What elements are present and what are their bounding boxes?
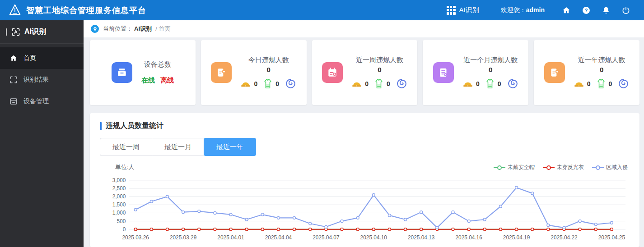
vest-count: 0 bbox=[387, 80, 390, 87]
svg-text:2025.04.13: 2025.04.13 bbox=[408, 234, 435, 241]
sidebar-item-results[interactable]: 识别结果 bbox=[0, 69, 84, 91]
stat-card-year: 近一年违规人数 0 0 0 bbox=[534, 40, 639, 105]
vest-count: 0 bbox=[275, 80, 279, 87]
intrusion-spiral-icon bbox=[618, 78, 629, 89]
vest-count: 0 bbox=[498, 80, 501, 87]
stat-card-title: 近一周违规人数 bbox=[352, 56, 407, 64]
svg-text:1,500: 1,500 bbox=[112, 201, 126, 208]
svg-text:0: 0 bbox=[123, 226, 126, 233]
breadcrumb-separator: / bbox=[155, 26, 157, 32]
helmet-count: 0 bbox=[365, 80, 369, 87]
svg-text:2025.04.25: 2025.04.25 bbox=[598, 234, 625, 241]
tab-last-year[interactable]: 最近一年 bbox=[204, 138, 256, 156]
time-range-tabs: 最近一周 最近一月 最近一年 bbox=[100, 138, 630, 156]
violation-statistics-panel: 违规人员数量统计 最近一周 最近一月 最近一年 单位:人 未戴安全帽 未穿反光衣 bbox=[90, 113, 639, 247]
stat-card-total: 0 bbox=[241, 66, 296, 73]
sidebar-item-home[interactable]: 首页 bbox=[0, 47, 84, 69]
legend-label: 未戴安全帽 bbox=[508, 164, 535, 171]
svg-text:2025.04.19: 2025.04.19 bbox=[503, 234, 530, 241]
sidebar-item-label: 识别结果 bbox=[23, 76, 49, 84]
sidebar-item-devices[interactable]: 设备管理 bbox=[0, 91, 84, 112]
legend-vest[interactable]: 未穿反光衣 bbox=[543, 164, 584, 171]
svg-text:2,000: 2,000 bbox=[112, 193, 126, 200]
svg-text:2025.04.16: 2025.04.16 bbox=[455, 234, 482, 241]
vest-count: 0 bbox=[609, 80, 612, 87]
welcome-text: 欢迎您：admin bbox=[501, 6, 545, 14]
legend-helmet[interactable]: 未戴安全帽 bbox=[494, 164, 535, 171]
svg-text:2025.04.10: 2025.04.10 bbox=[360, 234, 387, 241]
violation-trend-chart: 05001,0001,5002,0002,5003,0002025.03.262… bbox=[100, 174, 630, 242]
platform-logo-icon bbox=[8, 4, 22, 17]
stat-card-title: 近一个月违规人数 bbox=[463, 56, 518, 64]
svg-text:2025.03.29: 2025.03.29 bbox=[170, 234, 197, 241]
logout-power-icon[interactable] bbox=[621, 5, 631, 15]
vest-icon bbox=[597, 79, 606, 89]
top-header: 智慧工地综合管理服务信息平台 AI识别 欢迎您：admin ? bbox=[0, 0, 644, 20]
helmet-count: 0 bbox=[587, 80, 591, 87]
stat-card-devices: 设备总数 在线 离线 bbox=[90, 40, 196, 105]
stat-card-title: 设备总数 bbox=[141, 60, 174, 69]
tab-last-week[interactable]: 最近一周 bbox=[100, 138, 152, 156]
stat-cards-row: 设备总数 在线 离线 今日违规人数 0 0 0 bbox=[84, 37, 644, 105]
svg-text:2025.04.04: 2025.04.04 bbox=[265, 234, 292, 241]
stat-card-total: 0 bbox=[463, 66, 518, 73]
svg-text:500: 500 bbox=[117, 218, 126, 224]
app-switcher[interactable]: AI识别 bbox=[447, 6, 479, 15]
username: admin bbox=[526, 6, 545, 14]
chart-legend: 未戴安全帽 未穿反光衣 区域入侵 bbox=[494, 164, 628, 171]
online-label: 在线 bbox=[141, 76, 155, 85]
notification-bell-icon[interactable] bbox=[601, 5, 611, 15]
platform-title: 智慧工地综合管理服务信息平台 bbox=[26, 5, 146, 16]
intrusion-spiral-icon bbox=[507, 78, 518, 89]
location-pin-icon bbox=[91, 25, 99, 33]
ai-recognition-icon bbox=[11, 27, 20, 37]
home-icon bbox=[9, 54, 18, 62]
legend-intrusion[interactable]: 区域入侵 bbox=[592, 164, 628, 171]
vest-icon bbox=[374, 79, 383, 89]
breadcrumb-current[interactable]: 首页 bbox=[159, 25, 171, 33]
offline-label: 离线 bbox=[160, 76, 174, 85]
home-icon[interactable] bbox=[561, 5, 571, 15]
stat-card-total: 0 bbox=[352, 66, 407, 73]
stat-card-title: 今日违规人数 bbox=[241, 56, 296, 64]
sidebar-title-label: AI识别 bbox=[24, 27, 46, 37]
tab-last-month[interactable]: 最近一月 bbox=[152, 138, 204, 156]
helmet-icon bbox=[463, 80, 473, 88]
sidebar-title: AI识别 bbox=[0, 20, 84, 44]
title-accent-bar bbox=[100, 122, 102, 130]
scan-frame-icon bbox=[9, 76, 18, 84]
vest-icon bbox=[485, 79, 495, 89]
breadcrumb-section[interactable]: AI识别 bbox=[134, 25, 152, 33]
device-total-icon bbox=[112, 62, 132, 83]
unit-label: 单位:人 bbox=[115, 163, 135, 171]
legend-label: 区域入侵 bbox=[606, 164, 628, 171]
intrusion-spiral-icon bbox=[285, 78, 296, 89]
legend-marker-icon bbox=[543, 165, 555, 170]
helmet-count: 0 bbox=[476, 80, 480, 87]
stat-card-total: 0 bbox=[574, 66, 630, 73]
apps-grid-icon bbox=[447, 6, 456, 15]
help-icon[interactable]: ? bbox=[581, 5, 591, 15]
stat-card-month: 近一个月违规人数 0 0 0 bbox=[423, 40, 528, 105]
svg-text:2,500: 2,500 bbox=[112, 185, 126, 192]
legend-marker-icon bbox=[592, 165, 604, 170]
svg-text:2025.04.07: 2025.04.07 bbox=[313, 234, 339, 241]
panel-title: 违规人员数量统计 bbox=[106, 121, 163, 131]
today-violation-icon bbox=[211, 62, 232, 83]
week-violation-icon bbox=[322, 62, 343, 83]
svg-text:3,000: 3,000 bbox=[112, 177, 126, 183]
legend-marker-icon bbox=[494, 165, 505, 170]
legend-label: 未穿反光衣 bbox=[557, 164, 584, 171]
month-violation-icon bbox=[433, 62, 454, 83]
sidebar-item-label: 设备管理 bbox=[23, 97, 49, 105]
collapse-handle-icon[interactable] bbox=[6, 28, 7, 36]
svg-text:?: ? bbox=[585, 8, 588, 13]
helmet-icon bbox=[352, 80, 362, 88]
svg-text:2025.03.26: 2025.03.26 bbox=[122, 234, 149, 241]
helmet-count: 0 bbox=[254, 80, 257, 87]
year-violation-icon bbox=[544, 62, 565, 83]
app-switcher-label: AI识别 bbox=[459, 6, 479, 14]
welcome-label: 欢迎您： bbox=[501, 6, 526, 14]
helmet-icon bbox=[574, 80, 584, 88]
breadcrumb: 当前位置： AI识别 / 首页 bbox=[84, 20, 644, 37]
